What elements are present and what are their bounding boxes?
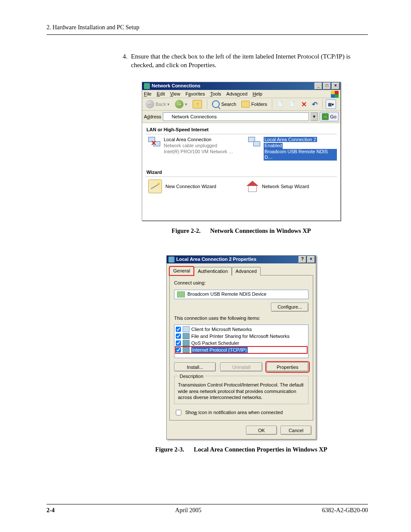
help-button[interactable]: ? bbox=[299, 256, 306, 263]
minimize-button[interactable]: _ bbox=[314, 83, 322, 90]
figure-2-3-caption: Figure 2-3.Local Area Connection Propert… bbox=[119, 445, 364, 454]
connect-using-label: Connect using: bbox=[174, 280, 308, 286]
forward-button[interactable]: → ▾ bbox=[173, 99, 189, 109]
dialog-title: Local Area Connection 2 Properties bbox=[176, 256, 256, 263]
list-item[interactable]: QoS Packet Scheduler bbox=[175, 340, 307, 346]
group-lan: LAN or High-Speed Internet bbox=[146, 125, 337, 134]
views-button[interactable]: ▦▾ bbox=[326, 99, 336, 109]
wizard-network-setup[interactable]: Network Setup Wizard bbox=[246, 179, 332, 193]
tab-row: General Authentication Advanced bbox=[167, 263, 316, 275]
show-icon-row[interactable]: Show icon in notification area when conn… bbox=[174, 408, 308, 417]
maximize-button[interactable]: □ bbox=[323, 83, 331, 90]
uninstall-button: Uninstall bbox=[220, 362, 262, 371]
page-footer: 2-4 April 2005 6382-A2-GB20-00 bbox=[47, 504, 368, 514]
figure-network-connections: Network Connections _ □ × File Edit View… bbox=[142, 82, 341, 221]
menu-tools[interactable]: Tools bbox=[210, 91, 221, 97]
content-area: LAN or High-Speed Internet ✕ Local Area … bbox=[142, 123, 340, 220]
back-icon: ← bbox=[146, 100, 154, 108]
connection-lac2[interactable]: Local Area Connection 2 Enabled Broadcom… bbox=[248, 137, 337, 161]
connection-icon: ✕ bbox=[148, 137, 161, 151]
copy-to-button[interactable]: 📄 bbox=[287, 99, 298, 109]
tab-body: Connect using: Broadcom USB Remote NDIS … bbox=[169, 275, 313, 421]
back-button[interactable]: ←Back ▾ bbox=[144, 99, 171, 109]
window-titlebar[interactable]: Network Connections _ □ × bbox=[142, 82, 340, 90]
wizard-icon: ★ bbox=[148, 179, 162, 193]
wizard-new-connection[interactable]: ★ New Connection Wizard bbox=[148, 179, 234, 193]
folders-button[interactable]: Folders bbox=[240, 99, 269, 109]
folders-icon bbox=[241, 101, 250, 108]
undo-icon: ↶ bbox=[312, 100, 318, 109]
address-dropdown[interactable]: ▼ bbox=[311, 112, 318, 121]
list-item-tcpip[interactable]: Internet Protocol (TCP/IP) bbox=[175, 346, 307, 353]
nic-icon bbox=[177, 291, 185, 297]
menu-favorites[interactable]: Favorites bbox=[185, 91, 205, 97]
windows-flag-icon bbox=[331, 91, 339, 98]
adapter-field: Broadcom USB Remote NDIS Device bbox=[174, 290, 308, 299]
description-group: Description Transmission Control Protoco… bbox=[174, 376, 308, 404]
tab-advanced[interactable]: Advanced bbox=[232, 267, 261, 275]
menu-edit[interactable]: Edit bbox=[157, 91, 165, 97]
conn1-title: Local Area Connection bbox=[164, 137, 233, 143]
client-icon bbox=[183, 326, 190, 332]
forward-icon: → bbox=[175, 100, 184, 108]
go-button[interactable]: →Go bbox=[320, 112, 339, 121]
delete-button[interactable]: ✕ bbox=[299, 99, 308, 109]
description-text: Transmission Control Protocol/Internet P… bbox=[178, 382, 305, 400]
close-button[interactable]: × bbox=[307, 256, 315, 263]
items-listbox[interactable]: Client for Microsoft Networks File and P… bbox=[174, 325, 308, 358]
menu-view[interactable]: View bbox=[170, 91, 181, 97]
go-icon: → bbox=[322, 113, 329, 120]
list-item[interactable]: File and Printer Sharing for Microsoft N… bbox=[175, 333, 307, 340]
menu-help[interactable]: Help bbox=[252, 91, 262, 97]
figure-lac-properties: Local Area Connection 2 Properties ? × G… bbox=[166, 255, 316, 439]
show-icon-label: Show icon in notification area when conn… bbox=[185, 409, 283, 416]
menu-bar: File Edit View Favorites Tools Advanced … bbox=[142, 90, 340, 99]
address-label: Address bbox=[144, 114, 161, 120]
header-rule bbox=[47, 34, 368, 35]
footer-page: 2-4 bbox=[47, 507, 55, 514]
close-button[interactable]: × bbox=[332, 83, 339, 90]
dialog-titlebar[interactable]: Local Area Connection 2 Properties ? × bbox=[167, 256, 316, 263]
properties-button[interactable]: Properties bbox=[267, 362, 308, 371]
window-title: Network Connections bbox=[152, 83, 200, 89]
move-to-button[interactable]: 📄 bbox=[275, 99, 286, 109]
install-button[interactable]: Install... bbox=[174, 362, 216, 371]
step-number: 4. bbox=[119, 52, 128, 70]
menu-file[interactable]: File bbox=[144, 91, 152, 97]
undo-button[interactable]: ↶ bbox=[310, 99, 319, 109]
list-item[interactable]: Client for Microsoft Networks bbox=[175, 326, 307, 333]
footer-date: April 2005 bbox=[175, 507, 202, 514]
search-button[interactable]: Search bbox=[210, 99, 238, 109]
copyto-icon: 📄 bbox=[289, 101, 296, 108]
wizard-label: Network Setup Wizard bbox=[262, 183, 309, 190]
toolbar: ←Back ▾ → ▾ ↑ Search Folders 📄 📄 ✕ ↶ ▦▾ bbox=[142, 98, 340, 111]
address-bar: Address Network Connections ▼ →Go bbox=[142, 111, 340, 123]
address-field[interactable]: Network Connections bbox=[163, 112, 309, 121]
home-icon bbox=[246, 180, 258, 193]
tab-general[interactable]: General bbox=[169, 266, 194, 275]
delete-icon: ✕ bbox=[301, 100, 307, 109]
toolbar-separator bbox=[207, 99, 207, 109]
item-checkbox[interactable] bbox=[176, 334, 181, 339]
tab-authentication[interactable]: Authentication bbox=[194, 267, 232, 275]
step-4: 4. Ensure that the check box to the left… bbox=[119, 52, 364, 70]
connection-icon bbox=[248, 137, 261, 151]
item-checkbox[interactable] bbox=[176, 340, 181, 346]
up-button[interactable]: ↑ bbox=[191, 99, 204, 109]
footer-docnum: 6382-A2-GB20-00 bbox=[322, 507, 368, 514]
figure-2-2-caption: Figure 2-2.Network Connections in Window… bbox=[119, 227, 364, 235]
cancel-button[interactable]: Cancel bbox=[280, 426, 311, 435]
configure-button[interactable]: Configure... bbox=[271, 303, 308, 312]
toolbar-separator bbox=[272, 99, 272, 109]
connection-lac1[interactable]: ✕ Local Area Connection Network cable un… bbox=[148, 137, 237, 161]
item-checkbox[interactable] bbox=[176, 347, 181, 353]
conn1-status: Network cable unplugged bbox=[164, 143, 233, 149]
item-checkbox[interactable] bbox=[176, 327, 181, 332]
show-icon-checkbox[interactable] bbox=[176, 410, 181, 415]
page-header: 2. Hardware Installation and PC Setup bbox=[47, 24, 368, 31]
qos-icon bbox=[183, 340, 190, 346]
protocol-icon bbox=[183, 347, 190, 353]
menu-advanced[interactable]: Advanced bbox=[226, 91, 247, 97]
toolbar-separator bbox=[322, 99, 323, 109]
ok-button[interactable]: OK bbox=[246, 426, 277, 435]
